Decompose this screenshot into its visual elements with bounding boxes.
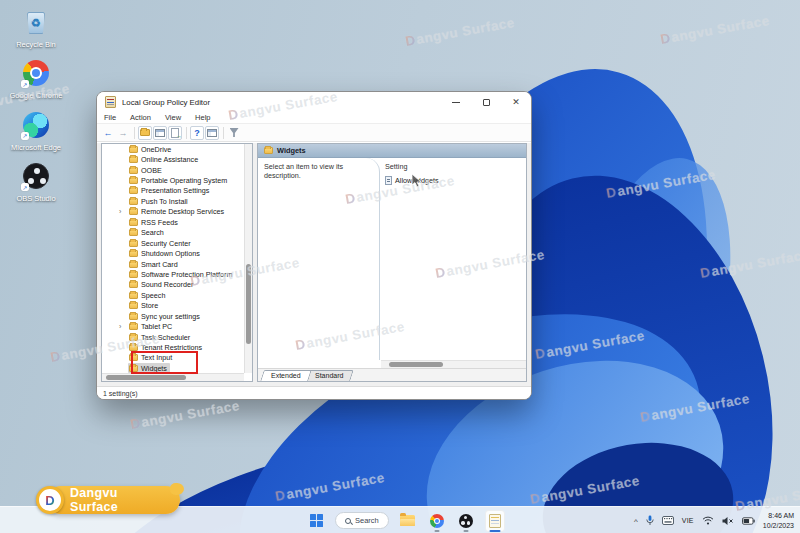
folder-icon bbox=[129, 323, 138, 330]
desktop-icon-recycle-bin[interactable]: ♻ Recycle Bin bbox=[4, 6, 68, 49]
folder-icon bbox=[129, 177, 138, 184]
tree-item[interactable]: › OneDrive bbox=[102, 144, 244, 154]
folder-icon bbox=[129, 187, 138, 194]
menu-file[interactable]: File bbox=[97, 113, 123, 122]
folder-icon bbox=[129, 354, 138, 361]
chrome-icon bbox=[430, 514, 444, 528]
console-tree-pane: › OneDrive › Online Assistance bbox=[101, 143, 253, 382]
running-indicator bbox=[434, 530, 439, 532]
shortcut-arrow-icon: ↗ bbox=[21, 183, 29, 191]
tree-item[interactable]: › Push To Install bbox=[102, 196, 244, 206]
chrome-button[interactable] bbox=[427, 510, 447, 532]
folder-icon bbox=[129, 240, 138, 247]
tree-item[interactable]: › Widgets bbox=[102, 363, 244, 373]
desktop-icon-obs-studio[interactable]: ↗ OBS Studio bbox=[4, 160, 68, 203]
tree-item[interactable]: › Tablet PC bbox=[102, 321, 244, 331]
wifi-icon[interactable] bbox=[702, 516, 714, 525]
back-arrow-icon[interactable]: ← bbox=[101, 126, 115, 140]
up-one-level-icon[interactable] bbox=[138, 126, 152, 140]
menu-help[interactable]: Help bbox=[188, 113, 217, 122]
tree-item[interactable]: › Security Center bbox=[102, 238, 244, 248]
tab-extended[interactable]: Extended bbox=[260, 370, 311, 381]
tree-item[interactable]: › Task Scheduler bbox=[102, 332, 244, 342]
tree-item[interactable]: › Tenant Restrictions bbox=[102, 342, 244, 352]
desktop-icon-google-chrome[interactable]: ↗ Google Chrome bbox=[4, 57, 68, 100]
policy-setting-icon bbox=[385, 176, 392, 185]
folder-icon bbox=[129, 229, 138, 236]
tree-vertical-scrollbar[interactable] bbox=[244, 144, 252, 373]
tree-item[interactable]: › Software Protection Platform bbox=[102, 269, 244, 279]
tree-item[interactable]: › Smart Card bbox=[102, 259, 244, 269]
desktop-icon-label: Google Chrome bbox=[4, 91, 68, 100]
file-explorer-icon bbox=[400, 515, 415, 526]
folder-icon bbox=[129, 198, 138, 205]
scrollbar-thumb[interactable] bbox=[106, 375, 186, 380]
show-window-icon[interactable] bbox=[205, 126, 219, 140]
desktop-icon-microsoft-edge[interactable]: ↗ Microsoft Edge bbox=[4, 109, 68, 152]
tree-item[interactable]: › OOBE bbox=[102, 165, 244, 175]
chevron-up-icon[interactable]: ^ bbox=[634, 517, 638, 526]
forward-arrow-icon[interactable]: → bbox=[116, 126, 130, 140]
description-text: Select an item to view its description. bbox=[264, 162, 376, 180]
folder-icon bbox=[129, 208, 138, 215]
tab-standard[interactable]: Standard bbox=[304, 370, 354, 381]
setting-column-header[interactable]: Setting bbox=[385, 162, 522, 171]
search-icon bbox=[345, 518, 351, 524]
window-titlebar[interactable]: Local Group Policy Editor ✕ bbox=[97, 92, 531, 112]
menu-view[interactable]: View bbox=[158, 113, 188, 122]
setting-item-allow-widgets[interactable]: Allow widgets bbox=[385, 176, 522, 185]
status-text: 1 setting(s) bbox=[103, 390, 138, 397]
tree-item[interactable]: › Sound Recorder bbox=[102, 280, 244, 290]
folder-icon bbox=[129, 334, 138, 341]
windows-logo-icon bbox=[310, 514, 323, 527]
tree-item[interactable]: › Remote Desktop Services bbox=[102, 207, 244, 217]
volume-muted-icon[interactable] bbox=[722, 516, 734, 526]
console-tree-icon[interactable] bbox=[153, 126, 167, 140]
taskbar-search[interactable]: Search bbox=[335, 512, 389, 529]
maximize-button[interactable] bbox=[471, 92, 501, 112]
tree-item[interactable]: › Portable Operating System bbox=[102, 175, 244, 185]
close-button[interactable]: ✕ bbox=[501, 92, 531, 112]
obs-button[interactable] bbox=[456, 510, 476, 532]
folder-icon bbox=[129, 365, 138, 372]
folder-icon bbox=[129, 281, 138, 288]
minimize-button[interactable] bbox=[441, 92, 471, 112]
tree-item[interactable]: › Presentation Settings bbox=[102, 186, 244, 196]
chevron-right-icon[interactable]: › bbox=[119, 208, 126, 215]
tree-item[interactable]: › Sync your settings bbox=[102, 311, 244, 321]
chevron-right-icon[interactable]: › bbox=[119, 323, 126, 330]
clock-date: 10/2/2023 bbox=[763, 521, 794, 530]
tree-item[interactable]: › RSS Feeds bbox=[102, 217, 244, 227]
filter-icon[interactable] bbox=[227, 126, 241, 140]
file-explorer-button[interactable] bbox=[398, 510, 418, 532]
edge-icon: ↗ bbox=[20, 109, 52, 141]
touch-keyboard-icon[interactable] bbox=[662, 516, 674, 525]
menu-action[interactable]: Action bbox=[123, 113, 158, 122]
help-icon[interactable]: ? bbox=[190, 126, 204, 140]
tree-item[interactable]: › Store bbox=[102, 301, 244, 311]
mouse-cursor bbox=[411, 173, 423, 189]
microphone-icon[interactable] bbox=[646, 515, 654, 526]
battery-icon[interactable] bbox=[742, 517, 755, 525]
tree-item[interactable]: › Speech bbox=[102, 290, 244, 300]
settings-pane-title: Widgets bbox=[277, 146, 306, 155]
tree-item[interactable]: › Shutdown Options bbox=[102, 248, 244, 258]
settings-horizontal-scrollbar[interactable] bbox=[381, 360, 526, 368]
scrollbar-thumb[interactable] bbox=[389, 362, 443, 367]
taskbar-clock[interactable]: 8:46 AM 10/2/2023 bbox=[763, 511, 794, 530]
scrollbar-thumb[interactable] bbox=[246, 264, 251, 344]
tree-item[interactable]: › Online Assistance bbox=[102, 154, 244, 164]
tree-horizontal-scrollbar[interactable] bbox=[102, 373, 244, 381]
export-list-icon[interactable] bbox=[168, 126, 182, 140]
gpedit-window: Local Group Policy Editor ✕ File Action … bbox=[96, 91, 532, 400]
tree-item[interactable]: › Text Input bbox=[102, 353, 244, 363]
tree-list: › OneDrive › Online Assistance bbox=[102, 144, 244, 373]
running-indicator bbox=[463, 530, 468, 532]
folder-icon bbox=[129, 250, 138, 257]
start-button[interactable] bbox=[306, 510, 326, 532]
obs-icon bbox=[459, 514, 473, 528]
obs-icon: ↗ bbox=[20, 160, 52, 192]
gpedit-button[interactable] bbox=[485, 510, 505, 532]
tree-item[interactable]: › Search bbox=[102, 228, 244, 238]
language-indicator[interactable]: VIE bbox=[682, 517, 694, 524]
